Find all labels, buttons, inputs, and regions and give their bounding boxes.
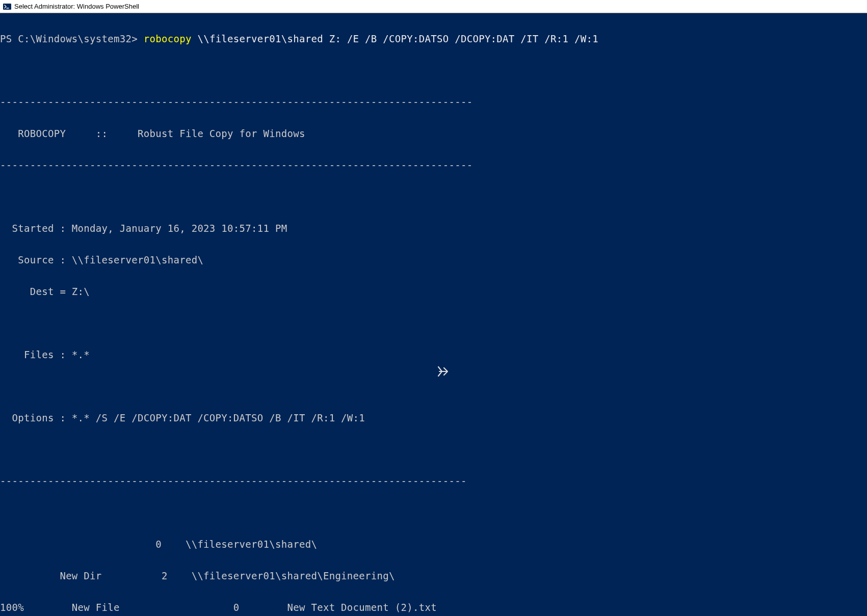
info-source: Source : \\fileserver01\shared\ [0,252,867,268]
svg-rect-0 [3,4,11,10]
robocopy-banner-title: ROBOCOPY :: Robust File Copy for Windows [0,126,867,142]
blank-line [0,442,867,458]
progress-line: New Dir 2 \\fileserver01\shared\Engineer… [0,568,867,584]
separator-line: ----------------------------------------… [0,94,867,110]
progress-line: 0 \\fileserver01\shared\ [0,537,867,552]
blank-line [0,505,867,521]
blank-line [0,189,867,205]
info-files: Files : *.* [0,347,867,363]
window-titlebar: Select Administrator: Windows PowerShell [0,0,867,13]
blank-line [0,379,867,394]
window-title: Select Administrator: Windows PowerShell [14,3,139,10]
info-started: Started : Monday, January 16, 2023 10:57… [0,221,867,236]
separator-line: ----------------------------------------… [0,157,867,173]
command-args: \\fileserver01\shared Z: /E /B /COPY:DAT… [192,33,598,44]
powershell-icon [3,3,11,11]
blank-line [0,63,867,78]
blank-line [0,315,867,331]
info-options: Options : *.* /S /E /DCOPY:DAT /COPY:DAT… [0,410,867,426]
prompt-prefix: PS C:\Windows\system32> [0,33,144,44]
progress-line: 100% New File 0 New Text Document (2).tx… [0,600,867,615]
prompt-line-1: PS C:\Windows\system32> robocopy \\files… [0,31,867,47]
command-name: robocopy [144,33,192,44]
info-dest: Dest = Z:\ [0,284,867,300]
terminal-pane[interactable]: PS C:\Windows\system32> robocopy \\files… [0,13,867,616]
separator-line: ----------------------------------------… [0,473,867,489]
